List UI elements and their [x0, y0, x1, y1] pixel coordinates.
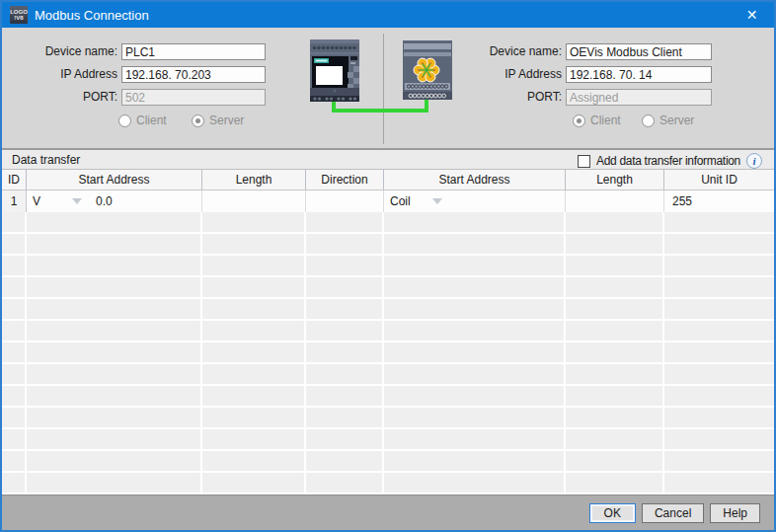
empty-cell	[306, 299, 384, 321]
table-empty-row	[2, 277, 774, 299]
empty-cell	[566, 451, 664, 473]
table-empty-row	[2, 451, 774, 473]
empty-cell	[384, 299, 566, 321]
data-transfer-section-bar: Data transfer Add data transfer informat…	[2, 148, 774, 170]
row-remote-length-cell[interactable]	[566, 190, 664, 212]
local-port-label: PORT:	[4, 89, 117, 106]
empty-cell	[2, 277, 27, 299]
empty-cell	[202, 451, 306, 473]
empty-cell	[664, 277, 774, 299]
empty-cell	[27, 256, 202, 277]
data-transfer-label: Data transfer	[2, 153, 80, 167]
remote-ip-field[interactable]	[566, 66, 712, 83]
table-empty-rows	[2, 212, 774, 494]
row-local-start-address-cell[interactable]: V 0.0	[27, 190, 202, 212]
local-ip-field[interactable]	[121, 66, 266, 83]
empty-cell	[664, 364, 774, 386]
empty-cell	[306, 429, 384, 451]
empty-cell	[664, 256, 774, 277]
table-empty-row	[2, 299, 774, 321]
modbus-client-device-icon	[403, 40, 452, 100]
header-direction: Direction	[306, 170, 384, 190]
empty-cell	[27, 277, 202, 299]
add-data-transfer-checkbox-label: Add data transfer information	[596, 154, 740, 168]
empty-cell	[384, 408, 566, 429]
table-empty-row	[2, 212, 774, 234]
empty-cell	[384, 342, 566, 364]
empty-cell	[384, 473, 566, 494]
empty-cell	[2, 256, 27, 277]
empty-cell	[2, 451, 27, 473]
empty-cell	[306, 277, 384, 299]
empty-cell	[202, 277, 306, 299]
remote-port-field	[566, 89, 712, 106]
empty-cell	[384, 386, 566, 408]
empty-cell	[202, 342, 306, 364]
remote-device-name-label: Device name:	[448, 43, 562, 60]
table-empty-row	[2, 386, 774, 408]
empty-cell	[27, 364, 202, 386]
add-data-transfer-checkbox[interactable]	[578, 155, 590, 168]
chevron-down-icon[interactable]	[72, 198, 82, 204]
chevron-down-icon[interactable]	[432, 198, 442, 204]
row-unit-id-cell[interactable]: 255	[664, 190, 774, 212]
table-empty-row	[2, 342, 774, 364]
remote-client-radio: Client	[573, 114, 621, 127]
device-panel: Device name: IP Address PORT: Client Ser…	[2, 28, 774, 148]
remote-address-type[interactable]: Coil	[390, 194, 411, 208]
empty-cell	[27, 212, 202, 234]
empty-cell	[27, 299, 202, 321]
table-empty-row	[2, 321, 774, 342]
empty-cell	[2, 342, 27, 364]
empty-cell	[2, 364, 27, 386]
remote-device-name-field[interactable]	[566, 43, 712, 60]
info-icon[interactable]: i	[746, 153, 762, 169]
empty-cell	[2, 429, 27, 451]
table-empty-row	[2, 364, 774, 386]
local-address-value[interactable]: 0.0	[96, 194, 113, 208]
empty-cell	[664, 234, 774, 256]
empty-cell	[202, 234, 306, 256]
empty-cell	[202, 256, 306, 277]
close-icon[interactable]: ✕	[730, 2, 774, 28]
footer-bar: OK Cancel Help	[2, 494, 774, 530]
empty-cell	[384, 321, 566, 342]
empty-cell	[27, 473, 202, 494]
row-local-length-cell[interactable]	[202, 190, 306, 212]
empty-cell	[202, 321, 306, 342]
empty-cell	[306, 321, 384, 342]
empty-cell	[566, 256, 664, 277]
empty-cell	[27, 408, 202, 429]
empty-cell	[306, 212, 384, 234]
empty-cell	[2, 473, 27, 494]
remote-client-radio-circle	[573, 114, 585, 127]
empty-cell	[27, 429, 202, 451]
empty-cell	[566, 212, 664, 234]
remote-server-radio-circle	[642, 114, 655, 127]
remote-ip-label: IP Address	[448, 66, 562, 83]
help-button[interactable]: Help	[710, 503, 760, 523]
empty-cell	[566, 429, 664, 451]
local-port-field	[121, 89, 266, 106]
local-client-radio-circle	[118, 114, 131, 127]
row-direction-cell[interactable]	[306, 190, 384, 212]
local-device-name-field[interactable]	[121, 43, 266, 60]
empty-cell	[306, 473, 384, 494]
ok-button[interactable]: OK	[589, 503, 636, 523]
empty-cell	[566, 299, 664, 321]
header-length-local: Length	[202, 170, 306, 190]
panel-divider	[383, 34, 384, 144]
row-id-cell: 1	[2, 190, 27, 212]
empty-cell	[384, 234, 566, 256]
empty-cell	[27, 342, 202, 364]
empty-cell	[566, 342, 664, 364]
empty-cell	[27, 321, 202, 342]
local-address-type[interactable]: V	[33, 194, 40, 208]
header-id: ID	[2, 170, 27, 190]
plc-device-icon	[310, 39, 359, 102]
empty-cell	[2, 386, 27, 408]
row-remote-start-address-cell[interactable]: Coil	[384, 190, 566, 212]
empty-cell	[664, 321, 774, 342]
cancel-button[interactable]: Cancel	[642, 503, 704, 523]
remote-client-radio-label: Client	[590, 114, 621, 127]
